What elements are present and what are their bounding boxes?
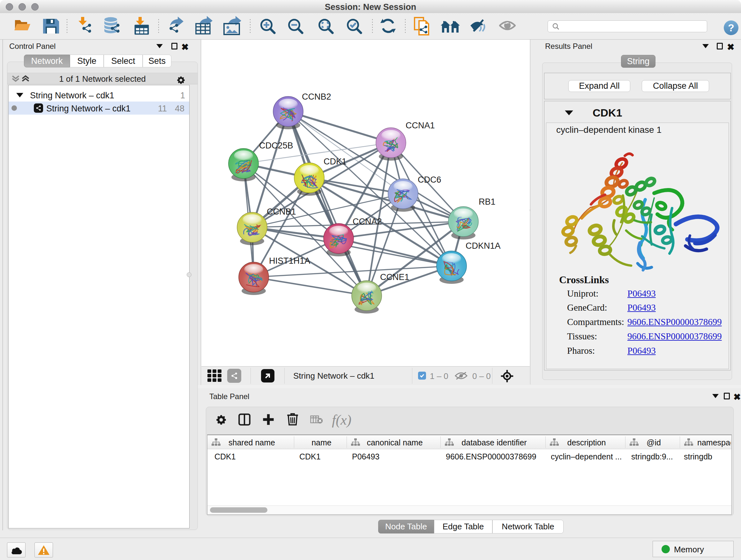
svg-text:CDK1: CDK1	[324, 157, 347, 166]
svg-text:CDC25B: CDC25B	[259, 141, 293, 150]
svg-text:CCNA2: CCNA2	[353, 217, 382, 226]
svg-text:CCNB2: CCNB2	[302, 92, 331, 102]
svg-text:CCNB1: CCNB1	[267, 207, 296, 216]
svg-text:HIST1H1A: HIST1H1A	[269, 256, 310, 266]
svg-text:CCNA1: CCNA1	[406, 121, 435, 130]
svg-text:CDKN1A: CDKN1A	[466, 241, 501, 251]
svg-text:CCNE1: CCNE1	[380, 272, 409, 282]
svg-text:RB1: RB1	[479, 197, 495, 206]
svg-text:CDC6: CDC6	[418, 175, 441, 185]
